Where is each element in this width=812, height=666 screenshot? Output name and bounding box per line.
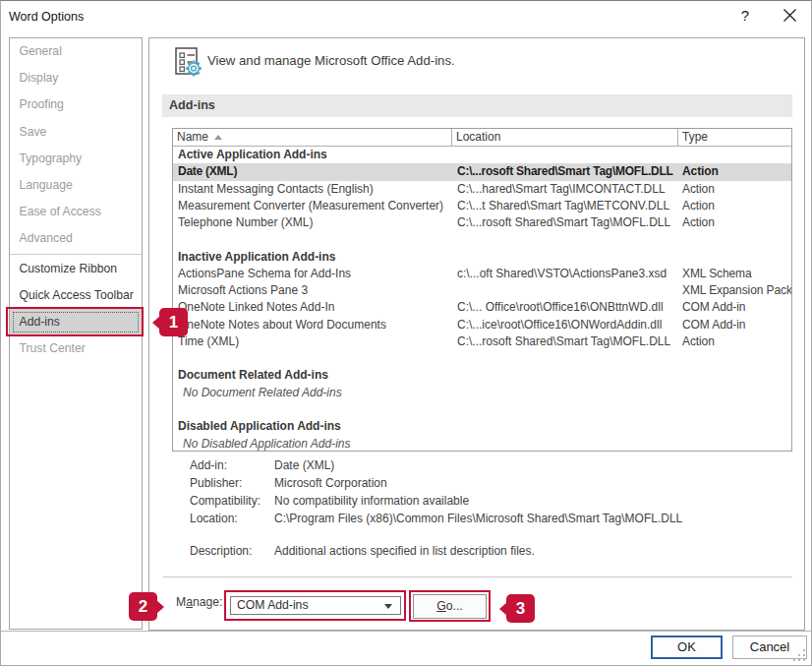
add-in-details: Add-in:Date (XML) Publisher:Microsoft Co…: [190, 456, 799, 560]
table-blank-row: [173, 350, 791, 367]
title-bar: Word Options ?: [1, 1, 811, 36]
sidebar-item-typography[interactable]: Typography: [10, 146, 142, 172]
footer-separator: [1, 631, 812, 632]
sidebar-item-proofing[interactable]: Proofing: [10, 91, 142, 118]
table-note-row: No Document Related Add-ins: [173, 385, 791, 401]
close-icon[interactable]: [778, 4, 801, 28]
table-row[interactable]: Time (XML)C:\...rosoft Shared\Smart Tag\…: [173, 333, 791, 350]
detail-row-description: Description:Additional actions specified…: [190, 543, 799, 560]
table-row[interactable]: OneNote Notes about Word DocumentsC:\...…: [173, 317, 791, 333]
detail-row-location: Location:C:\Program Files (x86)\Common F…: [190, 510, 799, 527]
table-note-row: No Disabled Application Add-ins: [173, 436, 791, 453]
manage-separator: [163, 576, 792, 577]
table-group-row: Inactive Application Add-ins: [173, 249, 791, 266]
table-row[interactable]: ActionsPane Schema for Add-Insc:\...oft …: [173, 266, 791, 282]
sidebar-item-advanced[interactable]: Advanced: [10, 225, 142, 252]
table-blank-row: [173, 401, 791, 418]
annotation-box-add-ins: [6, 307, 144, 336]
main-panel: View and manage Microsoft Office Add-ins…: [148, 37, 805, 631]
add-ins-table: Name Location Type Active Application Ad…: [172, 128, 792, 452]
table-row[interactable]: Telephone Number (XML)C:\...rosoft Share…: [173, 214, 791, 231]
help-icon[interactable]: ?: [733, 3, 757, 29]
ok-button[interactable]: OK: [651, 636, 723, 659]
column-header-location[interactable]: Location: [452, 129, 678, 147]
sidebar-item-display[interactable]: Display: [10, 65, 142, 91]
page-description: View and manage Microsoft Office Add-ins…: [207, 53, 455, 68]
add-ins-section-header: Add-ins: [162, 94, 792, 117]
sidebar-separator: [10, 254, 142, 255]
annotation-badge-1: 1: [159, 308, 188, 336]
sidebar-item-trust-center[interactable]: Trust Center: [10, 335, 142, 362]
sidebar-item-language[interactable]: Language: [10, 172, 142, 199]
sidebar-item-general[interactable]: General: [10, 38, 142, 65]
annotation-box-go-button: [409, 590, 491, 622]
sidebar-item-ease-of-access[interactable]: Ease of Access: [10, 199, 142, 225]
detail-row-add-in: Add-in:Date (XML): [190, 456, 799, 474]
table-group-row: Disabled Application Add-ins: [173, 418, 791, 435]
add-ins-icon: [171, 46, 203, 78]
annotation-box-manage-dropdown: [224, 590, 406, 621]
detail-row-publisher: Publisher:Microsoft Corporation: [190, 474, 799, 492]
detail-row-compatibility: Compatibility:No compatibility informati…: [190, 492, 799, 510]
window-title: Word Options: [9, 10, 84, 24]
sidebar-item-customize-ribbon[interactable]: Customize Ribbon: [10, 256, 142, 282]
table-group-row: Document Related Add-ins: [173, 367, 791, 384]
table-row[interactable]: Date (XML)C:\...rosoft Shared\Smart Tag\…: [173, 163, 791, 180]
word-options-dialog: Word Options ? General Display Proofing …: [0, 0, 812, 666]
column-header-name[interactable]: Name: [173, 129, 452, 147]
annotation-badge-2: 2: [129, 592, 157, 621]
table-row[interactable]: Instant Messaging Contacts (English)C:\.…: [173, 181, 791, 198]
table-row[interactable]: OneNote Linked Notes Add-InC:\... Office…: [173, 299, 791, 316]
manage-label: Manage:: [176, 590, 222, 614]
sort-ascending-icon: [214, 135, 222, 140]
section-title: Add-ins: [162, 94, 792, 117]
table-row[interactable]: Measurement Converter (Measurement Conve…: [173, 198, 791, 214]
column-header-type[interactable]: Type: [678, 129, 791, 147]
table-group-row: Active Application Add-ins: [173, 147, 791, 163]
table-blank-row: [173, 231, 791, 248]
annotation-badge-3: 3: [506, 594, 535, 623]
sidebar-item-quick-access-toolbar[interactable]: Quick Access Toolbar: [10, 282, 142, 309]
table-row[interactable]: Microsoft Actions Pane 3XML Expansion Pa…: [173, 282, 791, 299]
sidebar-item-save[interactable]: Save: [10, 119, 142, 146]
table-header-row: Name Location Type: [173, 129, 791, 147]
resize-grip[interactable]: [793, 649, 807, 663]
